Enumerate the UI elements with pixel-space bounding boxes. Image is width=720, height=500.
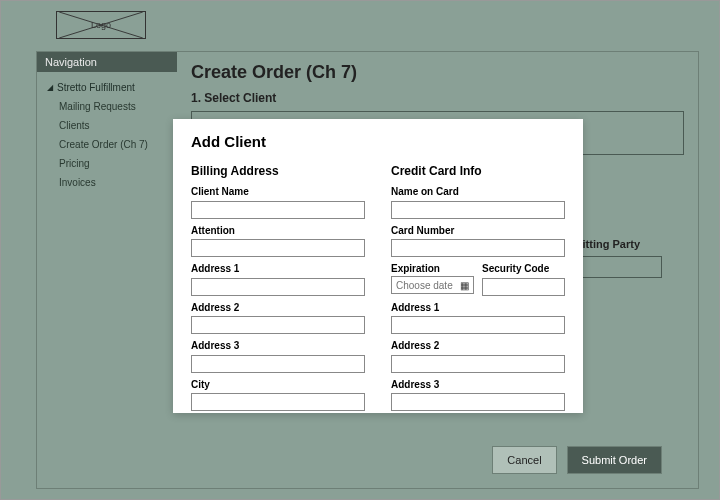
viewport: Logo Navigation ◢ Stretto Fulfillment Ma… <box>0 0 720 500</box>
label-billing-address2: Address 2 <box>191 302 365 313</box>
label-expiration: Expiration <box>391 263 474 274</box>
submit-order-button[interactable]: Submit Order <box>567 446 662 474</box>
input-billing-address3[interactable] <box>191 355 365 373</box>
label-billing-city: City <box>191 379 365 390</box>
input-name-on-card[interactable] <box>391 201 565 219</box>
label-billing-address1: Address 1 <box>191 263 365 274</box>
sidebar: Navigation ◢ Stretto Fulfillment Mailing… <box>37 52 177 488</box>
billing-header: Billing Address <box>191 164 365 178</box>
label-billing-address3: Address 3 <box>191 340 365 351</box>
logo: Logo <box>56 11 146 39</box>
label-cc-address2: Address 2 <box>391 340 565 351</box>
modal-title: Add Client <box>191 133 565 150</box>
nav-parent-label: Stretto Fulfillment <box>57 82 135 93</box>
page-title: Create Order (Ch 7) <box>191 62 684 83</box>
label-card-number: Card Number <box>391 225 565 236</box>
label-name-on-card: Name on Card <box>391 186 565 197</box>
logo-label: Logo <box>91 20 111 30</box>
cc-column: Credit Card Info Name on Card Card Numbe… <box>391 164 565 411</box>
input-billing-address2[interactable] <box>191 316 365 334</box>
label-cc-address3: Address 3 <box>391 379 565 390</box>
sidebar-item-mailing-requests[interactable]: Mailing Requests <box>41 97 173 116</box>
billing-column: Billing Address Client Name Attention Ad… <box>191 164 365 411</box>
input-billing-city[interactable] <box>191 393 365 411</box>
expiration-picker[interactable]: ▦ <box>391 276 474 294</box>
input-attention[interactable] <box>191 239 365 257</box>
nav-header: Navigation <box>37 52 177 72</box>
sidebar-item-pricing[interactable]: Pricing <box>41 154 173 173</box>
label-client-name: Client Name <box>191 186 365 197</box>
input-security-code[interactable] <box>482 278 565 296</box>
input-cc-address2[interactable] <box>391 355 565 373</box>
input-card-number[interactable] <box>391 239 565 257</box>
cancel-button[interactable]: Cancel <box>492 446 556 474</box>
label-security-code: Security Code <box>482 263 565 274</box>
nav-group: ◢ Stretto Fulfillment Mailing Requests C… <box>37 72 177 198</box>
sidebar-item-invoices[interactable]: Invoices <box>41 173 173 192</box>
label-attention: Attention <box>191 225 365 236</box>
label-cc-address1: Address 1 <box>391 302 565 313</box>
input-client-name[interactable] <box>191 201 365 219</box>
calendar-icon: ▦ <box>460 280 469 291</box>
input-cc-address3[interactable] <box>391 393 565 411</box>
input-expiration[interactable] <box>396 280 458 291</box>
nav-parent-stretto[interactable]: ◢ Stretto Fulfillment <box>41 78 173 97</box>
input-billing-address1[interactable] <box>191 278 365 296</box>
input-cc-address1[interactable] <box>391 316 565 334</box>
add-client-modal: Add Client Billing Address Client Name A… <box>173 119 583 413</box>
footer-buttons: Cancel Submit Order <box>492 446 662 474</box>
sidebar-item-create-order[interactable]: Create Order (Ch 7) <box>41 135 173 154</box>
caret-down-icon: ◢ <box>47 83 53 92</box>
cc-header: Credit Card Info <box>391 164 565 178</box>
sidebar-item-clients[interactable]: Clients <box>41 116 173 135</box>
section-select-client: 1. Select Client <box>191 91 684 105</box>
